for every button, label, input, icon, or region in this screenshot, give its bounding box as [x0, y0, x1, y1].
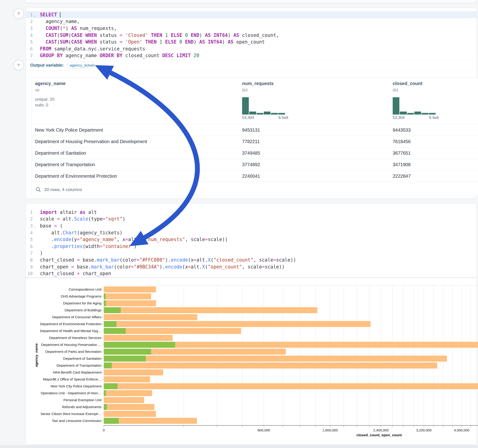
- histogram-bar: [257, 113, 263, 115]
- table-row[interactable]: Department of Transportation377489234719…: [32, 159, 478, 170]
- y-axis-label: Department of Sanitation: [63, 356, 101, 361]
- x-axis-tick-label: 2,400,000: [373, 428, 389, 432]
- histogram-bar: [400, 112, 407, 115]
- bar-closed-count[interactable]: [104, 404, 154, 410]
- bar-closed-count[interactable]: [104, 335, 173, 341]
- code-line[interactable]: 6FROM sample_data.nyc.service_requests: [26, 45, 477, 52]
- code-line[interactable]: 10chart_closed + chart_open: [26, 270, 477, 277]
- bar-closed-count[interactable]: [104, 411, 156, 417]
- column-header-num_requests[interactable]: num_requestsi6453,3049.5e6: [240, 78, 391, 124]
- bar-open-count[interactable]: [104, 321, 116, 327]
- bar-open-count[interactable]: [104, 418, 119, 424]
- bar-open-count[interactable]: [104, 404, 107, 410]
- code-line[interactable]: 7): [26, 250, 477, 257]
- bar-open-count[interactable]: [104, 293, 106, 299]
- cell-agency-name: Department of Housing Preservation and D…: [32, 139, 240, 144]
- bar-closed-count[interactable]: [104, 321, 371, 327]
- bar-closed-count[interactable]: [104, 390, 152, 396]
- code-line[interactable]: 3⌄base = (: [26, 222, 477, 229]
- table-row[interactable]: Department of Housing Preservation and D…: [32, 136, 478, 147]
- code-text: CAST(SUM(CASE WHEN status = 'Open' THEN …: [40, 39, 265, 45]
- bar-open-count[interactable]: [104, 349, 151, 355]
- code-text: FROM sample_data.nyc.service_requests: [40, 46, 145, 52]
- bar-closed-count[interactable]: [104, 356, 447, 361]
- search-icon[interactable]: [36, 187, 41, 193]
- bar-open-count[interactable]: [104, 328, 126, 334]
- table-row[interactable]: Department of Environmental Protection22…: [32, 170, 478, 182]
- bar-open-count[interactable]: [104, 390, 106, 396]
- column-header-closed_count[interactable]: closed_counti6453,3049.4e6: [391, 78, 478, 124]
- code-line[interactable]: 5 CAST(SUM(CASE WHEN status = 'Open' THE…: [26, 38, 477, 45]
- fold-chevron-icon[interactable]: ⌄: [33, 223, 37, 228]
- code-line[interactable]: 9chart_open = base.mark_bar(color="#8BC3…: [26, 263, 477, 270]
- code-line[interactable]: 2 agency_name,: [26, 18, 477, 25]
- dataframe-body: New York City Police Department945313194…: [32, 124, 478, 182]
- code-text: SELECT: [40, 12, 60, 18]
- code-line[interactable]: 4 CAST(SUM(CASE WHEN status = 'Closed' T…: [26, 32, 477, 39]
- cell-value: 3677651: [391, 150, 478, 156]
- bar-closed-count[interactable]: [104, 397, 144, 403]
- sql-cell: 1⌄SELECT 2 agency_name,3 COUNT(*) AS num…: [25, 8, 477, 199]
- code-line[interactable]: 6 .properties(width="container"): [26, 243, 477, 250]
- add-cell-button[interactable]: +: [13, 8, 24, 19]
- code-text: import altair as alt: [40, 210, 97, 215]
- code-line[interactable]: 4 alt.Chart(agency_tickets): [26, 229, 477, 236]
- code-line[interactable]: 5 .encode(y="agency_name", x=alt.X("num_…: [26, 236, 477, 243]
- bar-closed-count[interactable]: [104, 286, 156, 292]
- cell-value: 9443533: [391, 127, 478, 133]
- code-text: base = (: [40, 223, 63, 229]
- python-editor[interactable]: 1import altair as alt2scale = alt.Scale(…: [26, 204, 477, 277]
- column-dtype: i64: [393, 88, 398, 93]
- output-variable-pill[interactable]: agency_tickets: [67, 62, 95, 69]
- bar-closed-count[interactable]: [104, 376, 150, 382]
- bar-open-count[interactable]: [104, 362, 112, 368]
- bar-closed-count[interactable]: [104, 369, 163, 375]
- x-axis-tick-label: 4,000,000: [454, 428, 470, 432]
- y-axis-label: Department of Environmental Protection: [40, 322, 101, 326]
- add-cell-button[interactable]: +: [13, 60, 24, 70]
- bar-open-count[interactable]: [104, 383, 118, 389]
- code-line[interactable]: 1⌄SELECT: [26, 11, 477, 18]
- fold-gutter: [33, 218, 37, 220]
- x-axis-tick-label: 3,200,000: [416, 428, 432, 432]
- y-axis-label: Correspondence Unit: [69, 287, 102, 291]
- sql-editor[interactable]: 1⌄SELECT 2 agency_name,3 COUNT(*) AS num…: [26, 8, 477, 59]
- code-line[interactable]: 2scale = alt.Scale(type="sqrt"): [26, 216, 477, 223]
- bar-closed-count[interactable]: [104, 314, 197, 320]
- code-text: agency_name,: [40, 19, 80, 24]
- bar-open-count[interactable]: [104, 356, 146, 361]
- y-axis-label: DHS Advantage Programs: [61, 294, 101, 298]
- table-row[interactable]: Department of Sanitation37494853677651: [32, 147, 478, 159]
- table-row[interactable]: New York City Police Department945313194…: [32, 124, 478, 136]
- bar-closed-count[interactable]: [104, 293, 151, 299]
- histogram-bar: [271, 113, 278, 115]
- bar-open-count[interactable]: [104, 342, 175, 348]
- column-histogram: [242, 97, 285, 115]
- line-number: 4: [26, 230, 33, 235]
- line-number: 6: [26, 46, 33, 51]
- y-axis-label: Department of Transportation: [57, 363, 101, 367]
- bar-closed-count[interactable]: [104, 362, 437, 368]
- histogram-bar: [414, 112, 421, 115]
- code-line[interactable]: 7GROUP BY agency_name ORDER BY closed_co…: [26, 52, 477, 59]
- cell-value: 3749485: [240, 150, 391, 156]
- code-text: chart_closed + chart_open: [40, 271, 111, 276]
- histogram-bar: [242, 97, 249, 115]
- column-header-agency_name[interactable]: agency_namestrunique: 20nulls: 0: [32, 78, 240, 124]
- bar-open-count[interactable]: [104, 307, 121, 313]
- line-number: 2: [26, 19, 33, 24]
- fold-chevron-icon[interactable]: ⌄: [33, 12, 37, 17]
- code-text: ): [40, 250, 43, 256]
- bar-open-count[interactable]: [104, 300, 106, 306]
- bar-closed-count[interactable]: [104, 307, 317, 313]
- code-line[interactable]: 1import altair as alt: [26, 209, 477, 216]
- fold-gutter: [33, 55, 37, 56]
- y-axis-label: Operations Unit - Department of Hom…: [41, 391, 101, 395]
- histogram-bar: [264, 112, 270, 115]
- y-axis-label: HRA Benefit Card Replacement: [53, 370, 102, 374]
- code-line[interactable]: 8chart_closed = base.mark_bar(color="#FF…: [26, 256, 477, 263]
- bar-closed-count[interactable]: [104, 383, 478, 389]
- code-line[interactable]: 3 COUNT(*) AS num_requests,: [26, 25, 477, 32]
- bar-closed-count[interactable]: [104, 300, 156, 306]
- dataframe-footer: 20 rows, 4 columns: [32, 182, 478, 196]
